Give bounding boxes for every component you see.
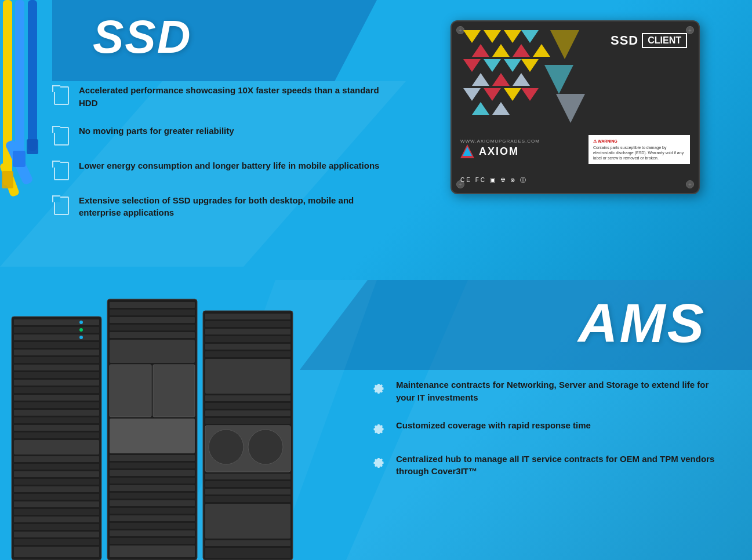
svg-rect-60 [14, 517, 99, 522]
svg-rect-48 [14, 417, 99, 423]
svg-rect-35 [14, 319, 99, 325]
svg-point-67 [79, 336, 83, 339]
svg-rect-111 [205, 540, 290, 546]
svg-marker-21 [521, 59, 539, 72]
client-label-box: CLIENT [642, 33, 687, 48]
ssd-product-image: SSD CLIENT AXIOM WWW.AXIOMUPGRADES.COM [451, 20, 729, 212]
svg-rect-64 [14, 547, 99, 557]
svg-rect-56 [14, 486, 99, 492]
ams-section: AMS [0, 280, 752, 560]
svg-rect-36 [14, 327, 99, 333]
ssd-label-text: SSD [611, 33, 638, 48]
ssd-section: SSD Accelerated performance showcasing 1… [0, 0, 752, 280]
list-item: Extensive selection of SSD upgrades for … [52, 194, 388, 220]
svg-marker-14 [513, 44, 530, 57]
svg-marker-27 [504, 88, 521, 101]
svg-rect-47 [14, 410, 99, 416]
svg-rect-39 [14, 350, 99, 355]
axiom-brand-text: AXIOM [479, 146, 519, 158]
triangle-decorations [463, 30, 591, 129]
svg-rect-90 [110, 546, 195, 557]
svg-rect-94 [205, 329, 290, 334]
axiom-logo-icon [460, 144, 474, 158]
svg-rect-37 [14, 334, 99, 340]
svg-marker-22 [513, 73, 530, 86]
svg-marker-30 [556, 94, 585, 123]
svg-rect-110 [205, 504, 290, 539]
svg-rect-59 [14, 509, 99, 515]
axiom-url: WWW.AXIOMUPGRADES.COM [460, 139, 540, 144]
svg-rect-81 [110, 478, 195, 483]
svg-rect-51 [14, 440, 99, 454]
svg-rect-46 [14, 402, 99, 408]
axiom-logo: AXIOM [460, 144, 519, 158]
svg-rect-109 [205, 496, 290, 502]
svg-rect-5 [2, 171, 13, 188]
bullet-text-4: Extensive selection of SSD upgrades for … [79, 194, 388, 220]
svg-rect-74 [110, 340, 195, 363]
svg-point-66 [79, 328, 83, 332]
svg-rect-45 [14, 395, 99, 401]
svg-marker-29 [544, 65, 573, 94]
bullet-icon-4 [52, 195, 68, 214]
svg-rect-58 [14, 501, 99, 507]
svg-rect-2 [15, 0, 24, 162]
svg-rect-43 [14, 380, 99, 386]
list-item: Customized coverage with rapid response … [369, 419, 729, 438]
svg-rect-99 [205, 395, 290, 401]
svg-rect-82 [110, 485, 195, 491]
svg-rect-98 [205, 359, 290, 394]
ams-bullet-text-2: Customized coverage with rapid response … [396, 419, 591, 432]
svg-marker-10 [472, 44, 489, 57]
ams-title: AMS [578, 292, 706, 355]
svg-rect-50 [14, 432, 99, 438]
screw-top-right [686, 26, 694, 34]
ssd-drive-mockup: SSD CLIENT AXIOM WWW.AXIOMUPGRADES.COM [451, 20, 700, 194]
gear-icon-1 [369, 380, 387, 397]
ams-bullet-text-1: Maintenance contracts for Networking, Se… [396, 379, 729, 404]
list-item: Lower energy consumption and longer batt… [52, 159, 388, 179]
svg-rect-96 [205, 344, 290, 350]
svg-rect-63 [14, 539, 99, 545]
svg-marker-11 [492, 44, 510, 57]
svg-rect-49 [14, 425, 99, 431]
svg-marker-8 [463, 30, 481, 43]
svg-rect-107 [205, 481, 290, 487]
server-rack-illustration [0, 293, 313, 560]
list-item: Centralized hub to manage all IT service… [369, 453, 729, 478]
ams-bullet-text-3: Centralized hub to manage all IT service… [396, 453, 729, 478]
bullet-icon-3 [52, 161, 68, 179]
svg-marker-31 [550, 30, 579, 59]
server-racks [0, 293, 313, 560]
warning-title: ⚠ WARNING [593, 139, 685, 144]
svg-rect-76 [153, 365, 195, 417]
svg-rect-61 [14, 524, 99, 530]
svg-rect-108 [205, 489, 290, 494]
bullet-text-2: No moving parts for greater reliability [79, 125, 234, 137]
svg-rect-78 [110, 455, 195, 461]
svg-rect-83 [110, 493, 195, 499]
svg-marker-24 [484, 88, 501, 101]
warning-text: Contains parts susceptible to damage by … [593, 145, 685, 161]
svg-rect-85 [110, 508, 195, 514]
svg-rect-84 [110, 500, 195, 506]
gear-icon-3 [369, 454, 387, 471]
svg-rect-79 [110, 463, 195, 468]
compliance-bar: CE FC ▣ ☢ ⊗ ⓒ [460, 176, 528, 184]
svg-rect-87 [110, 523, 195, 529]
ssd-title: SSD [93, 10, 192, 64]
svg-rect-62 [14, 532, 99, 537]
svg-rect-86 [110, 515, 195, 521]
svg-rect-100 [205, 403, 290, 409]
screw-bottom-right [686, 180, 694, 188]
svg-rect-104 [209, 430, 244, 464]
svg-rect-6 [13, 151, 26, 167]
svg-rect-73 [110, 332, 195, 338]
svg-marker-15 [533, 44, 550, 57]
svg-marker-20 [504, 59, 521, 72]
svg-rect-53 [14, 464, 99, 470]
ssd-bullet-list: Accelerated performance showcasing 10X f… [52, 84, 388, 234]
svg-rect-69 [110, 302, 195, 308]
svg-marker-17 [484, 59, 501, 72]
svg-rect-105 [248, 430, 283, 464]
